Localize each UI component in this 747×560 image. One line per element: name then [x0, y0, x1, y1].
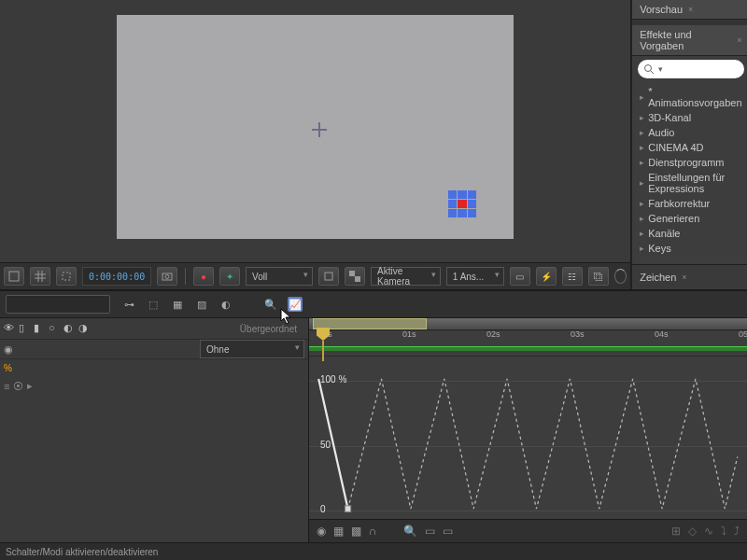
- close-icon[interactable]: ×: [737, 35, 741, 45]
- views-label: 1 Ans...: [453, 272, 484, 282]
- effects-category[interactable]: ▸3D-Kanal: [632, 110, 747, 125]
- fit-selection-button[interactable]: ▭: [425, 525, 435, 538]
- preview-tab-label: Vorschau: [640, 4, 683, 15]
- fast-preview-button[interactable]: ⚡: [536, 267, 557, 286]
- comp-canvas: [117, 15, 514, 239]
- timeline-body: 👁 ▯ ▮ ○ ◐ ◑ Übergeordnet ◉ Ohne %: [0, 318, 747, 542]
- views-dropdown[interactable]: 1 Ans...: [446, 267, 504, 286]
- parent-value: Ohne: [206, 344, 229, 355]
- value-graph[interactable]: 100 % 50 0: [309, 357, 747, 519]
- twirl-icon: ▸: [640, 178, 644, 188]
- close-icon[interactable]: ×: [682, 273, 686, 282]
- adjustment-switch[interactable]: ◐: [218, 297, 233, 312]
- status-text: Schalter/Modi aktivieren/deaktivieren: [6, 547, 158, 557]
- character-panel-tab[interactable]: Zeichen×: [640, 272, 686, 283]
- motion-blur-switch[interactable]: ▨: [194, 297, 209, 312]
- fit-button[interactable]: 🔍: [403, 525, 417, 538]
- cached-frames-bar: [309, 346, 747, 351]
- resolution-dropdown[interactable]: Voll: [246, 267, 313, 286]
- camera-dropdown[interactable]: Aktive Kamera: [371, 267, 441, 286]
- roi-button[interactable]: [318, 267, 339, 286]
- edit-keyframe-button[interactable]: ◇: [688, 525, 697, 538]
- effects-category[interactable]: ▸CINEMA 4D: [632, 140, 747, 155]
- graph-editor-toolbar: ◉ ▦ ▩ ∩ 🔍 ▭ ▭ ⊞ ◇ ∿ ⤵ ⤴: [309, 519, 747, 542]
- property-label: %: [4, 363, 12, 373]
- timeline-search-input[interactable]: [6, 295, 110, 314]
- layer-column-header: 👁 ▯ ▮ ○ ◐ ◑ Übergeordnet: [0, 318, 308, 340]
- resolution-label: Voll: [252, 272, 267, 282]
- twirl-icon: ▸: [640, 158, 644, 167]
- effects-tab-label: Effekte und Vorgaben: [640, 29, 731, 51]
- graph-editor-toggle[interactable]: 📈: [288, 297, 303, 312]
- category-label: Kanäle: [648, 228, 680, 239]
- effects-panel-tab[interactable]: Effekte und Vorgaben×: [632, 25, 747, 56]
- eye-icon[interactable]: ◉: [317, 525, 326, 538]
- pixel-aspect-button[interactable]: ▭: [510, 267, 530, 286]
- twirl-icon: ▸: [640, 199, 644, 208]
- effects-tree[interactable]: ▸* Animationsvorgaben▸3D-Kanal▸Audio▸CIN…: [632, 82, 747, 264]
- shy-switch[interactable]: ⊶: [121, 297, 136, 312]
- layer-row[interactable]: ◉ Ohne: [0, 340, 308, 359]
- grid-button[interactable]: [30, 267, 50, 286]
- preview-panel-tab[interactable]: Vorschau×: [632, 0, 747, 20]
- snap-button[interactable]: ∩: [369, 525, 377, 538]
- effects-category[interactable]: ▸Dienstprogramm: [632, 155, 747, 170]
- effects-category[interactable]: ▸Generieren: [632, 211, 747, 226]
- effects-category[interactable]: ▸Kanäle: [632, 226, 747, 241]
- effects-category[interactable]: ▸Farbkorrektur: [632, 196, 747, 211]
- top-region: 0:00:00:00 ● ✦ Voll Aktive Kamera 1 Ans.…: [0, 0, 747, 289]
- auto-zoom-button[interactable]: ▩: [351, 525, 361, 538]
- timeline-button[interactable]: ☷: [562, 267, 583, 286]
- effects-category[interactable]: ▸Audio: [632, 125, 747, 140]
- solo-column-icon: ○: [49, 322, 62, 335]
- effects-category[interactable]: ▸Einstellungen für Expressions: [632, 170, 747, 196]
- guides-button[interactable]: [56, 267, 77, 286]
- fit-all-button[interactable]: ▭: [443, 525, 453, 538]
- time-ruler[interactable]: 00s01s02s03s04s05s: [309, 318, 747, 357]
- timeline-switches: ⊶ ⬚ ▦ ▨ ◐ 🔍 📈: [121, 297, 303, 312]
- viewer-toolbar: 0:00:00:00 ● ✦ Voll Aktive Kamera 1 Ans.…: [0, 262, 630, 289]
- ruler-tick: 02s: [486, 329, 500, 339]
- anchor-point-icon: [315, 125, 324, 134]
- layer-outline: 👁 ▯ ▮ ○ ◐ ◑ Übergeordnet ◉ Ohne %: [0, 318, 309, 542]
- category-label: Audio: [648, 127, 674, 138]
- separate-dims-button[interactable]: ⊞: [671, 525, 681, 538]
- category-label: 3D-Kanal: [648, 112, 691, 123]
- category-label: Keys: [648, 243, 670, 254]
- channel-button[interactable]: ●: [193, 267, 214, 286]
- effects-category[interactable]: ▸* Animationsvorgaben: [632, 84, 747, 110]
- ease-out-button[interactable]: ⤴: [734, 525, 740, 538]
- effects-search[interactable]: ▾: [638, 60, 743, 78]
- svg-rect-4: [325, 273, 332, 280]
- 3d-switch[interactable]: ⬚: [146, 297, 161, 312]
- transparency-grid-button[interactable]: [345, 267, 365, 286]
- snapshot-button[interactable]: [157, 267, 177, 286]
- work-area-bar[interactable]: [313, 318, 427, 329]
- composition-viewer[interactable]: [0, 0, 630, 262]
- ease-in-button[interactable]: ⤵: [721, 525, 726, 538]
- graph-type-button[interactable]: ▦: [333, 525, 344, 538]
- rgb-button[interactable]: ✦: [219, 267, 240, 286]
- graph-editor-zoom[interactable]: 🔍: [263, 297, 278, 312]
- eye-icon[interactable]: ◉: [4, 343, 13, 356]
- current-timecode[interactable]: 0:00:00:00: [82, 267, 151, 286]
- frame-blend-switch[interactable]: ▦: [170, 297, 185, 312]
- flowchart-button[interactable]: ⿻: [588, 267, 609, 286]
- expression-pickwhip-icon[interactable]: ▸: [27, 380, 33, 392]
- close-icon[interactable]: ×: [688, 5, 693, 14]
- twirl-icon: ▸: [640, 214, 644, 223]
- expression-enable-icon[interactable]: ≡: [4, 381, 9, 392]
- magnify-dropdown[interactable]: [4, 267, 24, 286]
- timeline-panel: ⊶ ⬚ ▦ ▨ ◐ 🔍 📈 👁 ▯ ▮ ○: [0, 289, 747, 542]
- twirl-icon: ▸: [640, 128, 644, 137]
- label-column-icon: ▮: [34, 322, 47, 335]
- ease-button[interactable]: ∿: [704, 525, 713, 538]
- expression-graph-icon[interactable]: ⦿: [13, 381, 23, 392]
- effects-category[interactable]: ▸Keys: [632, 241, 747, 256]
- right-panels: Vorschau× Effekte und Vorgaben× ▾ ▸* Ani…: [631, 0, 747, 289]
- layer-handles[interactable]: [448, 190, 476, 218]
- graph-editor[interactable]: 00s01s02s03s04s05s 100 % 50 0 ◉: [309, 318, 747, 542]
- parent-dropdown[interactable]: Ohne: [200, 340, 304, 358]
- current-time-indicator[interactable]: [317, 328, 330, 341]
- property-row[interactable]: %: [0, 359, 308, 376]
